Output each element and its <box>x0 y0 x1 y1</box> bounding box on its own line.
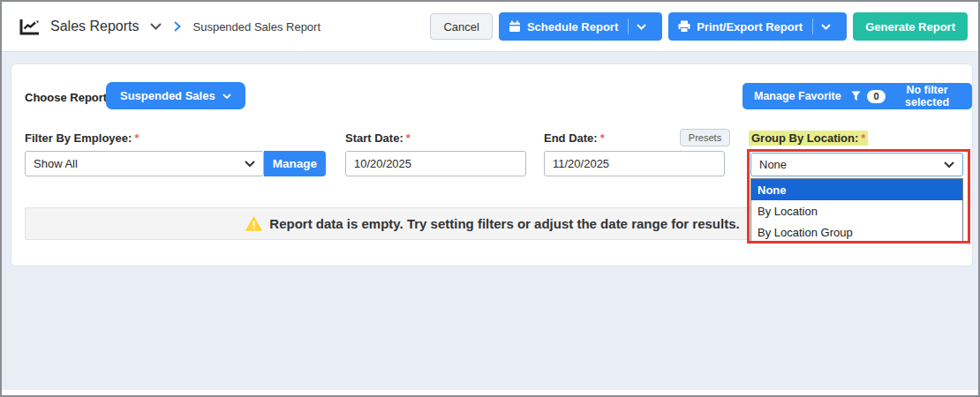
breadcrumb: Suspended Sales Report <box>193 20 321 34</box>
required-asterisk: * <box>600 131 605 145</box>
start-date-input[interactable] <box>345 151 526 176</box>
end-date-label: End Date:* <box>544 131 605 145</box>
chart-line-icon <box>19 19 40 35</box>
calendar-icon <box>509 20 521 33</box>
button-divider <box>812 19 813 34</box>
print-export-report-button[interactable]: Print/Export Report <box>668 12 847 41</box>
filter-icon <box>851 91 861 101</box>
employee-select-value: Show All <box>34 157 78 170</box>
printer-icon <box>678 20 690 33</box>
report-selector-button[interactable]: Suspended Sales <box>106 82 245 109</box>
report-selector-label: Suspended Sales <box>120 89 215 102</box>
group-by-location-label-text: Group By Location: <box>751 131 858 145</box>
filter-count-badge: 0 <box>867 90 886 103</box>
button-divider <box>628 19 629 34</box>
group-by-location-dropdown: None By Location By Location Group <box>750 178 963 243</box>
employee-select[interactable]: Show All <box>25 151 264 176</box>
choose-report-label: Choose Report <box>25 91 107 104</box>
start-date-label-text: Start Date: <box>345 131 403 145</box>
required-asterisk: * <box>861 131 865 145</box>
generate-report-button[interactable]: Generate Report <box>853 12 968 41</box>
filter-status-label: No filter selected <box>892 84 962 109</box>
schedule-report-button[interactable]: Schedule Report <box>499 12 662 41</box>
end-date-input[interactable] <box>544 151 725 176</box>
filter-status-button[interactable]: 0 No filter selected <box>841 83 972 109</box>
page-title: Sales Reports <box>50 19 139 34</box>
bottom-strip <box>2 390 978 395</box>
employee-filter-label-text: Filter By Employee: <box>25 131 132 145</box>
chevron-down-icon <box>944 161 954 169</box>
group-by-location-select-value: None <box>759 158 787 171</box>
breadcrumb-chevron-icon <box>174 21 181 32</box>
presets-button[interactable]: Presets <box>680 129 730 146</box>
schedule-report-label: Schedule Report <box>527 20 618 34</box>
report-filter-card: Choose Report Suspended Sales Manage Fav… <box>11 64 973 266</box>
empty-report-message: Report data is empty. Try setting filter… <box>269 216 739 231</box>
chevron-down-icon <box>222 94 231 99</box>
warning-icon <box>245 216 262 231</box>
employee-filter-label: Filter By Employee:* <box>25 131 139 145</box>
start-date-label: Start Date:* <box>345 131 411 145</box>
manage-employees-button[interactable]: Manage <box>264 151 326 176</box>
highlighted-label: Group By Location:* <box>749 131 868 146</box>
app-window: Sales Reports Suspended Sales Report Can… <box>0 0 980 397</box>
dropdown-option-by-location[interactable]: By Location <box>751 200 962 221</box>
group-by-location-label: Group By Location:* <box>749 131 868 145</box>
app-header: Sales Reports Suspended Sales Report Can… <box>2 2 978 52</box>
group-by-location-select[interactable]: None <box>750 153 963 176</box>
cancel-button[interactable]: Cancel <box>430 13 492 40</box>
chevron-down-icon <box>245 161 255 168</box>
header-actions: Cancel Schedule Report Print/Export Repo… <box>430 12 968 41</box>
dropdown-option-none[interactable]: None <box>751 179 962 200</box>
chevron-down-icon[interactable] <box>637 24 646 30</box>
chevron-down-icon[interactable] <box>150 23 162 30</box>
chevron-down-icon[interactable] <box>821 24 831 30</box>
print-export-report-label: Print/Export Report <box>697 20 803 34</box>
required-asterisk: * <box>406 131 411 145</box>
dropdown-option-by-location-group[interactable]: By Location Group <box>751 221 962 243</box>
required-asterisk: * <box>134 131 139 145</box>
end-date-label-text: End Date: <box>544 131 598 145</box>
